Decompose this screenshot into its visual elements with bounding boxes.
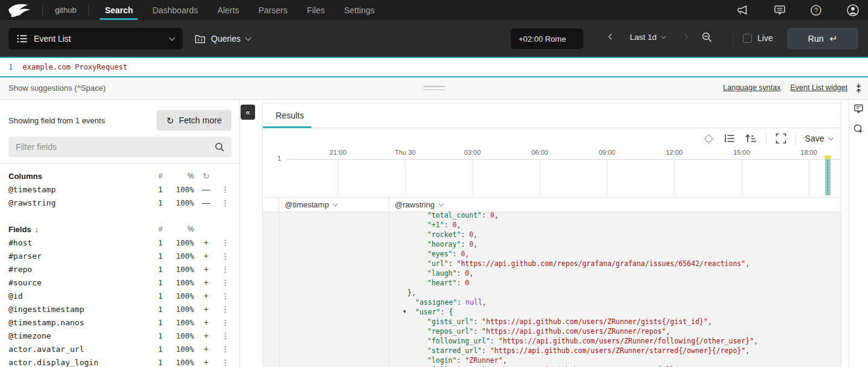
field-name[interactable]: actor.display_login <box>8 358 146 367</box>
view-selector-dropdown[interactable]: Event List <box>8 28 183 50</box>
timeline-chart[interactable]: 1 21:00Thu 3003:0006:0009:0012:0015:0018… <box>263 149 841 196</box>
account-icon[interactable] <box>846 4 860 17</box>
field-name[interactable]: #host <box>8 238 146 247</box>
query-monitor-icon[interactable] <box>853 123 864 135</box>
field-menu-button[interactable]: ⋮ <box>218 318 232 327</box>
field-name[interactable]: @id <box>8 291 146 300</box>
add-column-button[interactable]: + <box>194 264 218 274</box>
json-value: "https://api.github.com/users/ZRunner/gi… <box>482 317 708 326</box>
gridline <box>405 159 406 195</box>
fetch-more-button[interactable]: ↻ Fetch more <box>157 110 232 131</box>
query-text[interactable]: example.com ProxyRequest <box>22 63 127 71</box>
field-menu-button[interactable]: ⋮ <box>218 238 232 247</box>
queries-dropdown[interactable]: Queries <box>195 28 250 50</box>
repository-name[interactable]: github <box>55 5 76 15</box>
field-name[interactable]: @timestamp <box>8 185 146 194</box>
field-menu-button[interactable]: ⋮ <box>218 265 232 274</box>
field-name[interactable]: #repo <box>8 265 146 274</box>
add-column-button[interactable]: + <box>194 238 218 247</box>
field-row: #source1100%+⋮ <box>0 276 240 289</box>
add-column-button[interactable]: + <box>194 304 218 314</box>
column-header-rawstring[interactable]: @rawstring <box>395 200 442 209</box>
help-icon[interactable]: ? <box>810 4 822 16</box>
field-name[interactable]: @timestamp.nanos <box>8 318 146 327</box>
add-column-button[interactable]: + <box>194 291 218 300</box>
histogram-bar[interactable] <box>825 159 831 195</box>
add-column-button[interactable]: + <box>194 357 218 367</box>
field-row: #repo1100%+⋮ <box>0 262 240 276</box>
refresh-columns-icon[interactable]: ↻ <box>194 171 218 181</box>
x-tick-label: 18:00 <box>800 149 817 156</box>
field-menu-button[interactable]: ⋮ <box>218 185 232 194</box>
field-menu-button[interactable]: ⋮ <box>218 278 232 287</box>
field-name[interactable]: @timezone <box>8 331 146 340</box>
suggestions-hint[interactable]: Show suggestions (^Space) <box>8 83 106 93</box>
json-value: 0 <box>490 211 494 219</box>
event-list-widget-link[interactable]: Event List widget <box>791 83 848 92</box>
crosshair-icon[interactable] <box>703 133 714 145</box>
tab-results[interactable]: Results <box>276 111 304 120</box>
field-menu-button[interactable]: ⋮ <box>218 291 232 300</box>
time-zoom-out-icon[interactable] <box>701 31 713 44</box>
tab-dashboards[interactable]: Dashboards <box>143 0 208 20</box>
collapse-node-icon[interactable]: ▼ <box>403 307 406 317</box>
editor-resize-handle[interactable] <box>423 86 445 93</box>
wrap-lines-icon[interactable] <box>724 132 736 145</box>
time-range-next-button[interactable] <box>682 34 688 40</box>
section-gap <box>0 209 240 222</box>
add-column-button[interactable]: + <box>194 317 218 327</box>
timezone-field[interactable]: +02:00 Rome <box>511 28 583 49</box>
tab-alerts[interactable]: Alerts <box>208 0 249 20</box>
filter-fields-input[interactable] <box>8 137 232 157</box>
save-button[interactable]: Save <box>805 134 832 143</box>
add-column-button[interactable]: + <box>194 331 218 340</box>
remove-column-button[interactable]: — <box>194 184 218 194</box>
tab-parsers[interactable]: Parsers <box>248 0 297 20</box>
fullscreen-icon[interactable] <box>776 133 786 144</box>
feedback-icon[interactable] <box>774 5 786 16</box>
field-name[interactable]: #parser <box>8 252 146 261</box>
field-percent: 100% <box>163 291 194 300</box>
live-toggle[interactable]: Live <box>743 33 773 43</box>
tab-files[interactable]: Files <box>297 0 335 20</box>
add-column-button[interactable]: + <box>194 344 218 354</box>
time-range-value: Last 1d <box>630 33 656 42</box>
tab-settings[interactable]: Settings <box>334 0 384 20</box>
field-name[interactable]: #source <box>8 278 146 287</box>
collapse-fields-panel-button[interactable]: « <box>241 105 255 120</box>
query-editor[interactable]: 1 example.com ProxyRequest <box>0 57 868 77</box>
chevron-down-icon <box>661 34 666 39</box>
field-name[interactable]: @ingesttimestamp <box>8 305 146 314</box>
field-name[interactable]: actor.avatar_url <box>8 345 146 354</box>
field-menu-button[interactable]: ⋮ <box>218 198 232 207</box>
time-range-dropdown[interactable]: Last 1d <box>630 33 666 42</box>
field-count: 1 <box>146 305 163 314</box>
add-column-button[interactable]: + <box>194 251 218 261</box>
field-menu-button[interactable]: ⋮ <box>218 252 232 261</box>
field-menu-button[interactable]: ⋮ <box>218 345 232 354</box>
field-menu-button[interactable]: ⋮ <box>218 305 232 314</box>
field-menu-button[interactable]: ⋮ <box>218 331 232 340</box>
tab-search[interactable]: Search <box>95 0 143 20</box>
field-menu-button[interactable]: ⋮ <box>218 358 232 367</box>
sort-descending-icon[interactable]: ↓ <box>35 225 39 234</box>
event-list-interactions-icon[interactable] <box>853 103 864 115</box>
add-column-button[interactable]: + <box>194 278 218 287</box>
remove-column-button[interactable]: — <box>194 198 218 207</box>
column-header-timestamp[interactable]: @timestamp <box>285 200 337 209</box>
field-row: @id1100%+⋮ <box>0 289 240 302</box>
language-syntax-link[interactable]: Language syntax <box>723 83 780 92</box>
time-range-previous-button[interactable] <box>609 34 615 40</box>
results-toolbar: Save <box>703 131 832 146</box>
sort-ascending-icon[interactable] <box>745 132 757 145</box>
fields-table: Columns # % ↻ @timestamp1100%—⋮@rawstrin… <box>0 169 240 367</box>
announcements-icon[interactable] <box>736 5 750 16</box>
collapse-vertical-icon[interactable] <box>853 83 864 94</box>
live-checkbox[interactable] <box>743 34 752 43</box>
x-tick-label: 09:00 <box>598 149 615 156</box>
field-name[interactable]: @rawstring <box>8 198 146 207</box>
run-button[interactable]: Run ↵ <box>787 28 858 50</box>
fields-rows: #host1100%+⋮#parser1100%+⋮#repo1100%+⋮#s… <box>0 236 240 367</box>
json-value: "https://api.github.com/users/ZRunner/st… <box>490 346 745 355</box>
crowdstrike-falcon-logo-icon[interactable] <box>7 2 35 19</box>
